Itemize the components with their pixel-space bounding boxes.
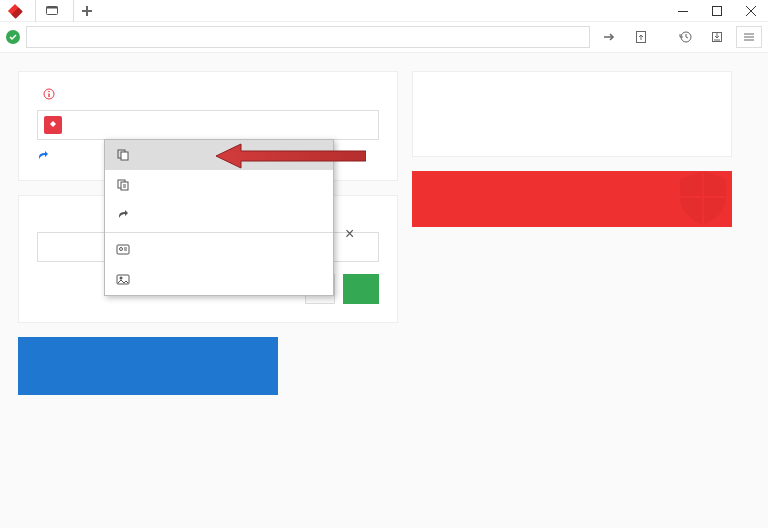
file-transfer-button[interactable] — [628, 26, 654, 48]
title-bar — [0, 0, 768, 22]
anydesk-logo-icon — [6, 2, 24, 20]
menu-item-copy-invite[interactable] — [105, 170, 333, 200]
svg-rect-6 — [82, 10, 92, 12]
anydesk-id-icon — [44, 116, 62, 134]
copy-icon — [115, 147, 131, 163]
context-menu — [104, 139, 334, 296]
install-button[interactable] — [704, 26, 730, 48]
status-card — [412, 71, 732, 157]
menu-item-recommend[interactable] — [105, 200, 333, 230]
minimize-button[interactable] — [666, 0, 700, 22]
status-ok-icon — [6, 30, 20, 44]
svg-point-40 — [120, 277, 123, 280]
svg-point-36 — [120, 248, 123, 251]
avatar-icon — [115, 272, 131, 288]
go-button[interactable] — [596, 26, 622, 48]
copy-text-icon — [115, 177, 131, 193]
menu-separator — [105, 232, 333, 233]
svg-rect-35 — [117, 245, 129, 254]
svg-rect-7 — [678, 11, 688, 12]
password-card[interactable] — [412, 171, 732, 227]
svg-point-22 — [48, 91, 50, 93]
close-button[interactable] — [734, 0, 768, 22]
svg-rect-8 — [713, 6, 722, 15]
tab-new-connection[interactable] — [35, 0, 74, 22]
new-tab-button[interactable] — [74, 0, 100, 22]
share-icon — [115, 207, 131, 223]
workplace-title — [37, 88, 379, 100]
svg-marker-24 — [50, 121, 56, 127]
info-icon — [43, 88, 55, 100]
id-card-icon — [115, 242, 131, 258]
maximize-button[interactable] — [700, 0, 734, 22]
whats-new-title — [34, 351, 262, 369]
toolbar — [0, 22, 768, 53]
svg-rect-30 — [121, 152, 128, 160]
history-button[interactable] — [672, 26, 698, 48]
share-icon — [37, 150, 49, 162]
hamburger-menu-button[interactable] — [736, 26, 762, 48]
close-icon[interactable]: × — [345, 225, 354, 243]
svg-rect-32 — [121, 182, 128, 190]
shield-icon — [668, 171, 732, 227]
address-input[interactable] — [26, 26, 590, 48]
connect-button[interactable] — [343, 274, 379, 304]
workplace-address-field[interactable] — [37, 110, 379, 140]
whats-new-card[interactable] — [18, 337, 278, 395]
menu-item-alias[interactable] — [105, 235, 333, 265]
menu-item-avatar[interactable] — [105, 265, 333, 295]
svg-rect-4 — [47, 6, 58, 8]
menu-item-copy-address[interactable] — [105, 140, 333, 170]
